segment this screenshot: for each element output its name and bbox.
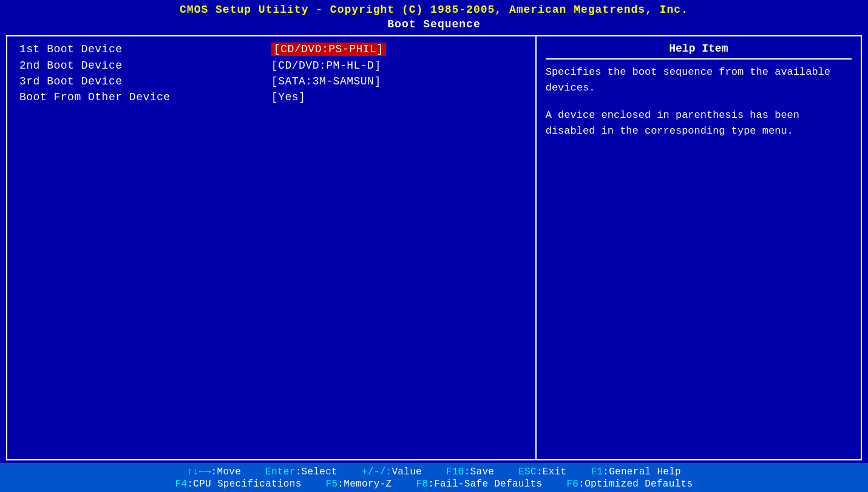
nav-item-row2-2: F8:Fail-Safe Defaults (416, 479, 542, 490)
setting-label-1: 2nd Boot Device (19, 60, 271, 72)
nav-desc-row1-4: :Exit (537, 466, 567, 477)
main-content: 1st Boot Device[CD/DVD:PS-PHIL]2nd Boot … (0, 33, 868, 463)
nav-key-row2-2: F8 (416, 479, 428, 490)
nav-desc-row1-0: :Move (211, 466, 242, 477)
nav-item-row1-4: ESC:Exit (518, 466, 566, 477)
nav-desc-row1-2: Value (392, 466, 422, 477)
nav-key-row1-1: Enter (265, 466, 296, 477)
header-subtitle: Boot Sequence (0, 17, 868, 33)
setting-row-3[interactable]: Boot From Other Device[Yes] (19, 91, 523, 103)
setting-label-3: Boot From Other Device (19, 91, 271, 103)
nav-item-row1-5: F1:General Help (591, 466, 681, 477)
nav-desc-row1-1: :Select (296, 466, 337, 477)
nav-key-row2-0: F4 (175, 479, 188, 490)
nav-key-row1-3: F10 (446, 466, 464, 477)
nav-row-1: ↑↓←→:MoveEnter:Select+/-/:ValueF10:SaveE… (6, 466, 862, 477)
nav-item-row1-3: F10:Save (446, 466, 494, 477)
header-title: CMOS Setup Utility - Copyright (C) 1985-… (0, 0, 868, 17)
nav-key-row1-0: ↑↓←→ (187, 466, 211, 477)
nav-row-2: F4:CPU SpecificationsF5:Memory-ZF8:Fail-… (6, 479, 862, 490)
help-paragraph-1: A device enclosed in parenthesis has bee… (546, 108, 852, 140)
setting-label-0: 1st Boot Device (19, 43, 271, 55)
help-title: Help Item (546, 43, 852, 60)
nav-desc-row1-3: :Save (464, 466, 495, 477)
nav-item-row1-1: Enter:Select (265, 466, 337, 477)
nav-item-row2-3: F6:Optimized Defaults (566, 479, 693, 490)
nav-key-row1-4: ESC (518, 466, 537, 477)
bottom-bar: ↑↓←→:MoveEnter:Select+/-/:ValueF10:SaveE… (0, 463, 868, 492)
nav-key-row1-5: F1 (591, 466, 603, 477)
nav-desc-row1-5: :General Help (603, 466, 681, 477)
right-panel: Help Item Specifies the boot sequence fr… (537, 36, 861, 459)
nav-key-row2-1: F5 (326, 479, 338, 490)
setting-row-2[interactable]: 3rd Boot Device[SATA:3M-SAMSUN] (19, 75, 523, 87)
setting-row-1[interactable]: 2nd Boot Device[CD/DVD:PM-HL-D] (19, 60, 523, 72)
nav-desc-row2-0: :CPU Specifications (187, 479, 301, 490)
nav-item-row2-0: F4:CPU Specifications (175, 479, 302, 490)
content-border: 1st Boot Device[CD/DVD:PS-PHIL]2nd Boot … (6, 35, 862, 460)
setting-value-1[interactable]: [CD/DVD:PM-HL-D] (271, 60, 381, 72)
nav-item-row2-1: F5:Memory-Z (326, 479, 392, 490)
help-paragraph-0: Specifies the boot sequence from the ava… (546, 64, 852, 97)
setting-label-2: 3rd Boot Device (19, 75, 271, 87)
nav-desc-row2-2: :Fail-Safe Defaults (428, 479, 542, 490)
nav-desc-row2-3: :Optimized Defaults (578, 479, 693, 490)
bios-screen: CMOS Setup Utility - Copyright (C) 1985-… (0, 0, 868, 492)
nav-item-row1-2: +/-/:Value (362, 466, 422, 477)
help-text: Specifies the boot sequence from the ava… (546, 64, 852, 139)
nav-key-row1-2: +/-/: (362, 466, 392, 477)
nav-key-row2-3: F6 (566, 479, 578, 490)
left-panel: 1st Boot Device[CD/DVD:PS-PHIL]2nd Boot … (7, 36, 537, 459)
nav-desc-row2-1: :Memory-Z (337, 479, 392, 490)
nav-item-row1-0: ↑↓←→:Move (187, 466, 241, 477)
setting-value-0[interactable]: [CD/DVD:PS-PHIL] (271, 43, 386, 56)
setting-value-2[interactable]: [SATA:3M-SAMSUN] (271, 75, 381, 87)
setting-row-0[interactable]: 1st Boot Device[CD/DVD:PS-PHIL] (19, 43, 523, 56)
setting-value-3[interactable]: [Yes] (271, 91, 306, 103)
